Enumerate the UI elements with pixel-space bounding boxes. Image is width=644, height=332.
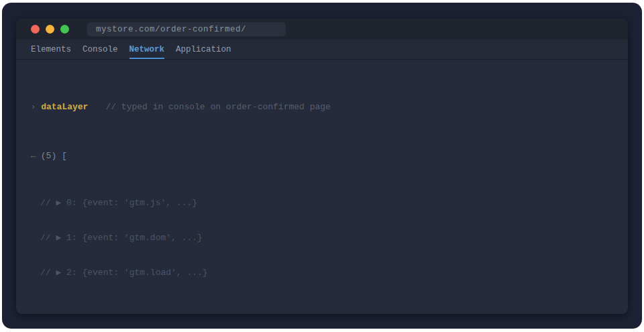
tab-application-label: Application	[176, 45, 231, 54]
array-length-open: (5) [	[41, 151, 67, 161]
console-prompt-icon: ›	[31, 103, 36, 112]
tab-elements-label: Elements	[31, 45, 71, 54]
tab-console[interactable]: Console	[83, 40, 118, 59]
address-bar[interactable]: mystore.com/order-confirmed/	[87, 22, 286, 36]
page-backdrop: mystore.com/order-confirmed/ Elements Co…	[2, 3, 642, 329]
window-titlebar: mystore.com/order-confirmed/	[16, 19, 628, 40]
array-item-0-collapsed[interactable]: // ▶ 0: {event: 'gtm.js', ...}	[31, 196, 613, 211]
console-input-line[interactable]: ›dataLayer// typed in console on order-c…	[31, 101, 613, 114]
tab-console-label: Console	[83, 45, 118, 54]
tab-network[interactable]: Network	[129, 40, 165, 59]
return-arrow-icon: ←	[31, 151, 36, 161]
tab-network-label: Network	[129, 45, 165, 54]
maximize-window-icon[interactable]	[60, 25, 69, 34]
close-window-icon[interactable]	[31, 25, 40, 34]
console-result-open: ←(5) [	[31, 150, 613, 163]
tab-application[interactable]: Application	[176, 40, 231, 59]
console-command-comment: // typed in console on order-confirmed p…	[105, 102, 330, 112]
minimize-window-icon[interactable]	[46, 25, 54, 34]
console-command: dataLayer	[41, 102, 88, 112]
devtools-tabbar: Elements Console Network Application	[16, 40, 628, 60]
page-url: mystore.com/order-confirmed/	[96, 25, 246, 34]
tab-elements[interactable]: Elements	[31, 40, 71, 59]
console-output: ›dataLayer// typed in console on order-c…	[16, 60, 628, 314]
browser-devtools-window: mystore.com/order-confirmed/ Elements Co…	[16, 19, 628, 314]
array-item-1-collapsed[interactable]: // ▶ 1: {event: 'gtm.dom', ...}	[31, 231, 613, 245]
array-item-2-collapsed[interactable]: // ▶ 2: {event: 'gtm.load', ...}	[31, 266, 613, 280]
